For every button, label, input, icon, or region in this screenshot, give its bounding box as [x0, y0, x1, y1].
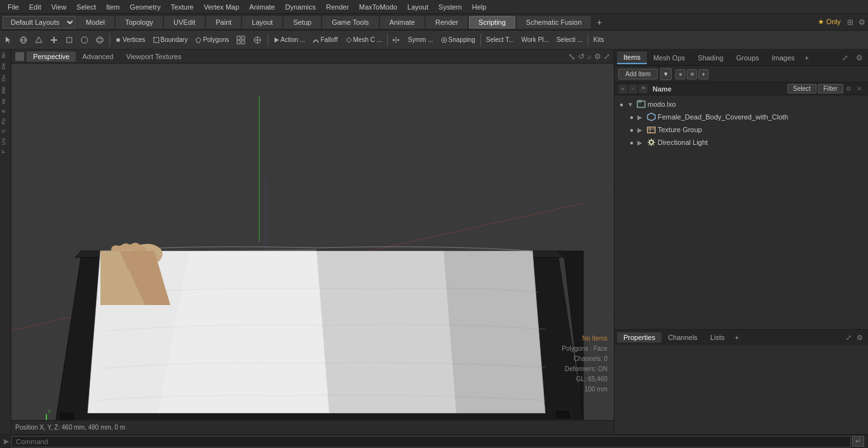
left-label-f[interactable]: F [0, 147, 11, 156]
left-label-c[interactable]: C [0, 126, 11, 135]
toolbar-falloff[interactable]: Falloff [309, 32, 341, 48]
menu-view[interactable]: View [46, 2, 72, 12]
left-label-bc[interactable]: Bc [0, 50, 11, 60]
tree-item-texture-group[interactable]: ● ▶ Texture Group [614, 123, 868, 136]
items-eye-icon[interactable]: ● [675, 69, 686, 79]
toolbar-sphere[interactable] [93, 32, 107, 48]
viewport-gear-icon[interactable]: ⚙ [594, 52, 601, 61]
toolbar-move[interactable] [48, 32, 62, 48]
menu-render[interactable]: Render [321, 2, 354, 12]
layout-tab-uvedit[interactable]: UVEdit [164, 16, 205, 29]
rp-tab-groups[interactable]: Groups [729, 52, 765, 64]
layout-tab-layout[interactable]: Layout [242, 16, 282, 29]
toolbar-kits[interactable]: Kits [590, 32, 607, 48]
tree-item-female-body[interactable]: ● ▶ Female_Dead_Body_Covered_with_Cloth [614, 111, 868, 123]
viewport-canvas[interactable]: X Y Z No Items Polygons : Face Channels:… [11, 64, 614, 420]
toolbar-select-arrow[interactable] [2, 32, 16, 48]
items-select-button[interactable]: Select [787, 84, 817, 93]
layout-tab-paint[interactable]: Paint [206, 16, 241, 29]
add-item-button[interactable]: Add Item [618, 69, 658, 79]
tree-expand-directional-light[interactable]: ▶ [637, 139, 645, 146]
menu-dynamics[interactable]: Dynamics [280, 2, 321, 12]
layout-expand-icon[interactable]: ⊞ [844, 17, 856, 28]
layout-tab-model[interactable]: Model [76, 16, 114, 29]
menu-help[interactable]: Help [467, 2, 492, 12]
toolbar-selection[interactable]: Selecti ... [553, 32, 586, 48]
viewport-tab-textures[interactable]: Viewport Textures [119, 51, 187, 62]
menu-texture[interactable]: Texture [166, 2, 199, 12]
toolbar-work-plane[interactable]: Work Pl... [519, 32, 552, 48]
toolbar-mesh1[interactable] [234, 32, 249, 48]
items-col-settings-icon[interactable]: ⚙ [843, 85, 854, 92]
toolbar-snapping[interactable]: Snapping [438, 32, 478, 48]
rp-tab-images[interactable]: Images [766, 52, 801, 64]
menu-geometry[interactable]: Geometry [125, 2, 165, 12]
left-label-de[interactable]: De [0, 60, 11, 72]
bp-tab-properties[interactable]: Properties [617, 332, 661, 343]
toolbar-sym-icon[interactable] [390, 32, 403, 48]
toolbar-symm[interactable]: Symm ... [405, 32, 436, 48]
viewport-tab-advanced[interactable]: Advanced [76, 51, 119, 62]
viewport-zoom-icon[interactable]: ⌕ [587, 52, 592, 61]
bp-expand-icon[interactable]: ⤢ [843, 332, 854, 343]
viewport-expand-icon[interactable]: ⤢ [604, 52, 610, 61]
layout-tab-topology[interactable]: Topology [116, 16, 163, 29]
bp-tab-lists[interactable]: Lists [704, 332, 731, 343]
toolbar-meshc[interactable]: Mesh C ... [342, 32, 386, 48]
items-dropdown-button[interactable]: ▾ [660, 68, 672, 80]
viewport-rotate-icon[interactable]: ↺ [578, 52, 585, 61]
layout-tab-scripting[interactable]: Scripting [469, 16, 515, 29]
items-star-icon[interactable]: ★ [687, 69, 697, 79]
toolbar-select-t[interactable]: Select T... [483, 32, 517, 48]
toolbar-mesh2[interactable] [250, 32, 266, 48]
menu-system[interactable]: System [433, 2, 467, 12]
left-label-ve[interactable]: Ve [0, 96, 11, 107]
toolbar-vertices[interactable]: Vertices [112, 32, 149, 48]
layout-tab-animate[interactable]: Animate [380, 16, 424, 29]
items-col-close-icon[interactable]: ✕ [854, 85, 864, 92]
rp-expand-icon[interactable]: ⤢ [839, 52, 851, 64]
toolbar-globe[interactable] [17, 32, 31, 48]
tree-eye-modo-lxo[interactable]: ● [617, 100, 626, 109]
viewport-tab-perspective[interactable]: Perspective [27, 51, 76, 62]
rp-tab-items[interactable]: Items [617, 51, 647, 64]
menu-animate[interactable]: Animate [244, 2, 280, 12]
layout-add-button[interactable]: + [592, 15, 607, 29]
items-person-icon[interactable]: ♦ [698, 69, 709, 79]
items-filter-button[interactable]: Filter [818, 84, 843, 93]
tree-expand-modo-lxo[interactable]: ▼ [627, 101, 635, 108]
left-label-me[interactable]: Me [0, 84, 11, 96]
toolbar-triangle[interactable] [32, 32, 46, 48]
layout-tab-render[interactable]: Render [426, 16, 468, 29]
rp-tab-meshops[interactable]: Mesh Ops [647, 52, 691, 64]
menu-select[interactable]: Select [71, 2, 101, 12]
menu-maxtomodo[interactable]: MaxToModo [354, 2, 402, 12]
rp-tab-add[interactable]: + [801, 52, 813, 64]
tree-eye-directional-light[interactable]: ● [627, 138, 636, 147]
menu-edit[interactable]: Edit [24, 2, 46, 12]
menu-file[interactable]: File [3, 2, 24, 12]
viewport-toggle[interactable] [15, 52, 24, 61]
tree-expand-texture-group[interactable]: ▶ [637, 126, 645, 133]
menu-item[interactable]: Item [101, 2, 125, 12]
toolbar-box[interactable] [63, 32, 77, 48]
bp-settings-icon[interactable]: ⚙ [854, 332, 865, 343]
left-label-uv[interactable]: UV [0, 135, 11, 147]
left-label-e[interactable]: E [0, 107, 11, 115]
toolbar-circle[interactable] [78, 32, 92, 48]
layout-tab-schematic[interactable]: Schematic Fusion [517, 16, 591, 29]
tree-expand-female-body[interactable]: ▶ [637, 114, 645, 121]
menu-vertexmap[interactable]: Vertex Map [199, 2, 245, 12]
layout-settings-icon[interactable]: ⚙ [856, 17, 868, 28]
viewport-move-icon[interactable]: ⤡ [568, 51, 576, 62]
toolbar-polygons[interactable]: Polygons [192, 32, 232, 48]
layout-dropdown[interactable]: Default Layouts [3, 16, 76, 29]
bp-tab-add[interactable]: + [731, 332, 742, 343]
bp-tab-channels[interactable]: Channels [661, 332, 703, 343]
rp-settings-icon[interactable]: ⚙ [853, 52, 865, 64]
tree-item-modo-lxo[interactable]: ● ▼ modo.lxo [614, 98, 868, 111]
tree-item-directional-light[interactable]: ● ▶ Directional Light [614, 136, 868, 149]
tree-eye-texture-group[interactable]: ● [627, 125, 636, 134]
layout-tab-gametools[interactable]: Game Tools [322, 16, 379, 29]
menu-layout[interactable]: Layout [402, 2, 433, 12]
